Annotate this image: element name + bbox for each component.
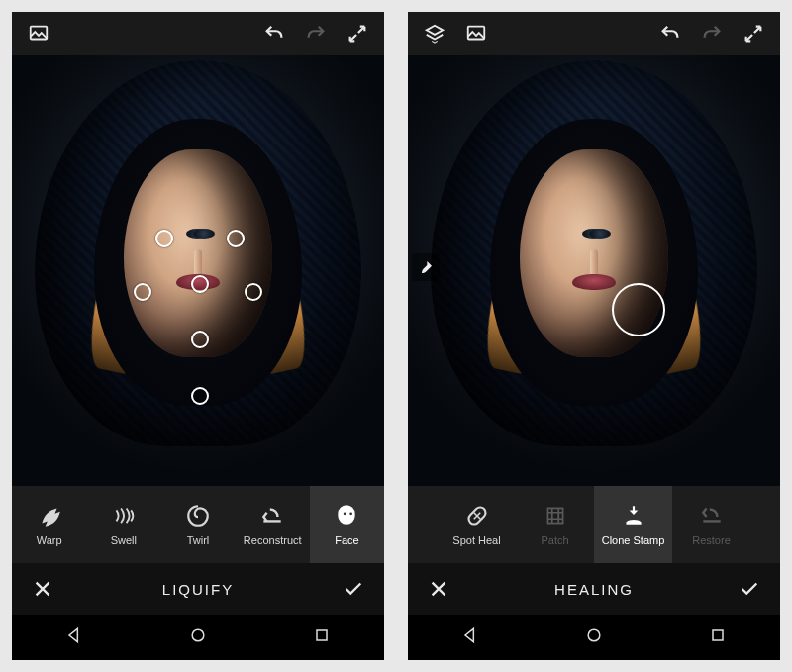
fullscreen-icon[interactable] bbox=[341, 17, 374, 50]
face-handle-nose[interactable] bbox=[191, 275, 209, 293]
nav-back-icon[interactable] bbox=[64, 625, 84, 649]
portrait-face bbox=[124, 149, 272, 357]
tool-label: Swell bbox=[111, 534, 137, 546]
mode-bar: HEALING bbox=[408, 563, 780, 615]
android-navbar bbox=[408, 615, 780, 660]
layers-icon[interactable] bbox=[418, 17, 451, 50]
portrait-eye bbox=[589, 229, 611, 239]
portrait-lips bbox=[572, 274, 616, 290]
canvas[interactable] bbox=[12, 55, 384, 486]
screen-healing: Spot Heal Patch Clone Stamp Restore HEAL… bbox=[408, 12, 780, 660]
tool-row: Spot Heal Patch Clone Stamp Restore bbox=[408, 486, 780, 563]
image-icon[interactable] bbox=[22, 17, 55, 50]
tool-twirl[interactable]: Twirl bbox=[160, 486, 235, 563]
toolrow-spacer bbox=[750, 486, 780, 563]
nav-home-icon[interactable] bbox=[188, 625, 208, 649]
tool-face[interactable]: Face bbox=[310, 486, 384, 563]
svg-rect-5 bbox=[547, 508, 562, 523]
redo-icon bbox=[299, 17, 333, 50]
screen-liquify: Warp Swell Twirl Reconstruct Face LIQUIF… bbox=[12, 12, 384, 660]
tool-reconstruct[interactable]: Reconstruct bbox=[236, 486, 310, 563]
tool-row: Warp Swell Twirl Reconstruct Face bbox=[12, 486, 384, 563]
confirm-button[interactable] bbox=[337, 572, 370, 606]
face-handle-chin[interactable] bbox=[191, 387, 209, 405]
topbar bbox=[12, 12, 384, 55]
face-handle-eye-right[interactable] bbox=[227, 230, 245, 247]
mode-title: HEALING bbox=[455, 581, 733, 598]
clone-stamp-cursor[interactable] bbox=[612, 283, 665, 336]
tool-label: Reconstruct bbox=[244, 534, 302, 546]
face-handle-cheek-left[interactable] bbox=[134, 283, 151, 301]
svg-point-6 bbox=[588, 629, 600, 641]
face-handle-eye-left[interactable] bbox=[155, 230, 173, 247]
tool-restore: Restore bbox=[672, 486, 750, 563]
tool-label: Restore bbox=[692, 534, 731, 546]
svg-point-1 bbox=[192, 629, 204, 641]
canvas[interactable] bbox=[408, 55, 780, 486]
confirm-button[interactable] bbox=[733, 572, 766, 606]
nav-recent-icon[interactable] bbox=[312, 625, 332, 649]
tool-clone-stamp[interactable]: Clone Stamp bbox=[594, 486, 672, 563]
android-navbar bbox=[12, 615, 384, 660]
tool-label: Spot Heal bbox=[452, 534, 500, 546]
tool-label: Clone Stamp bbox=[602, 534, 665, 546]
cancel-button[interactable] bbox=[26, 572, 59, 606]
portrait-eye bbox=[193, 229, 215, 239]
brush-settings-icon[interactable] bbox=[412, 253, 440, 281]
tool-patch: Patch bbox=[516, 486, 594, 563]
undo-icon[interactable] bbox=[257, 17, 291, 50]
redo-icon bbox=[695, 17, 729, 50]
cancel-button[interactable] bbox=[422, 572, 455, 606]
tool-label: Face bbox=[335, 534, 358, 546]
undo-icon[interactable] bbox=[653, 17, 687, 50]
tool-label: Twirl bbox=[187, 534, 210, 546]
svg-rect-7 bbox=[713, 630, 723, 640]
face-handle-mouth[interactable] bbox=[191, 331, 209, 348]
tool-label: Warp bbox=[37, 534, 62, 546]
topbar bbox=[408, 12, 780, 55]
nav-recent-icon[interactable] bbox=[708, 625, 728, 649]
nav-back-icon[interactable] bbox=[460, 625, 480, 649]
face-handle-cheek-right[interactable] bbox=[245, 283, 262, 301]
svg-rect-2 bbox=[317, 630, 327, 640]
tool-label: Patch bbox=[541, 534, 568, 546]
mode-bar: LIQUIFY bbox=[12, 563, 384, 615]
image-icon[interactable] bbox=[459, 17, 493, 50]
tool-warp[interactable]: Warp bbox=[12, 486, 86, 563]
fullscreen-icon[interactable] bbox=[737, 17, 770, 50]
tool-spot-heal[interactable]: Spot Heal bbox=[438, 486, 516, 563]
toolrow-spacer bbox=[408, 486, 438, 563]
tool-swell[interactable]: Swell bbox=[86, 486, 160, 563]
nav-home-icon[interactable] bbox=[584, 625, 604, 649]
mode-title: LIQUIFY bbox=[59, 581, 337, 598]
